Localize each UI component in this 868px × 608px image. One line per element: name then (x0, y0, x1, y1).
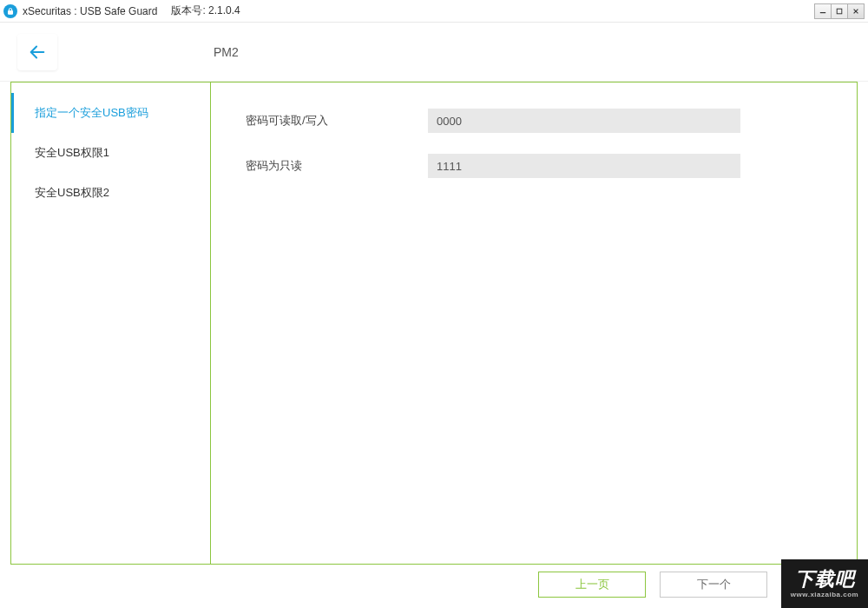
input-password-ro[interactable] (428, 154, 740, 178)
label-password-ro: 密码为只读 (246, 158, 428, 174)
svg-rect-0 (9, 10, 13, 14)
sidebar-item-label: 安全USB权限2 (35, 186, 109, 199)
header-bar: PM2 (0, 23, 868, 82)
body-area: 指定一个安全USB密码 安全USB权限1 安全USB权限2 密码可读取/写入 密… (10, 82, 858, 565)
arrow-left-icon (28, 43, 47, 62)
footer-buttons: 上一页 下一个 (538, 572, 767, 598)
back-button[interactable] (17, 34, 57, 70)
prev-button[interactable]: 上一页 (538, 572, 646, 598)
sidebar-item-permission-1[interactable]: 安全USB权限1 (11, 133, 210, 173)
label-password-rw: 密码可读取/写入 (246, 113, 428, 129)
sidebar-item-permission-2[interactable]: 安全USB权限2 (11, 173, 210, 213)
next-button[interactable]: 下一个 (660, 572, 767, 598)
close-button[interactable] (847, 3, 865, 19)
input-password-rw[interactable] (428, 109, 740, 133)
sidebar-item-label: 安全USB权限1 (35, 146, 109, 159)
maximize-button[interactable] (831, 3, 848, 19)
sidebar-item-label: 指定一个安全USB密码 (35, 106, 148, 119)
main-panel: 密码可读取/写入 密码为只读 (211, 83, 857, 564)
window-title: xSecuritas : USB Safe Guard (23, 5, 157, 17)
titlebar: xSecuritas : USB Safe Guard 版本号: 2.1.0.4 (0, 0, 868, 23)
prev-button-label: 上一页 (575, 577, 609, 592)
app-icon (3, 4, 17, 18)
sidebar: 指定一个安全USB密码 安全USB权限1 安全USB权限2 (11, 83, 211, 564)
window-controls (815, 3, 865, 19)
watermark: 下载吧 www.xiazaiba.com (781, 559, 868, 608)
form-row-readwrite: 密码可读取/写入 (246, 109, 822, 133)
svg-rect-2 (837, 9, 842, 14)
version-label: 版本号: 2.1.0.4 (171, 3, 240, 18)
watermark-url: www.xiazaiba.com (791, 591, 858, 598)
minimize-button[interactable] (814, 3, 832, 19)
form-row-readonly: 密码为只读 (246, 154, 822, 178)
next-button-label: 下一个 (697, 577, 731, 592)
watermark-text: 下载吧 (795, 570, 855, 589)
sidebar-item-set-password[interactable]: 指定一个安全USB密码 (11, 93, 210, 133)
page-title: PM2 (214, 45, 239, 59)
